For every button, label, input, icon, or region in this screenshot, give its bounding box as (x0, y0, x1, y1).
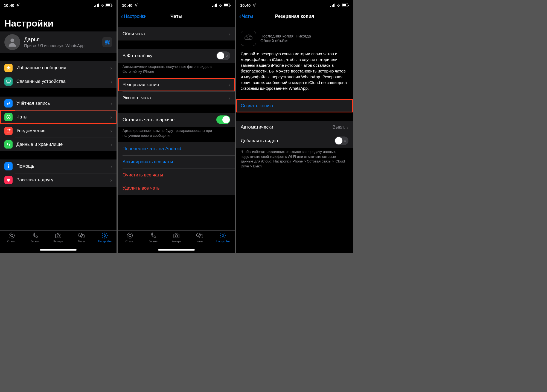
row-chats[interactable]: Чаты› (0, 110, 117, 124)
battery-icon (224, 4, 231, 7)
tab-settings[interactable]: Настройки (93, 232, 117, 253)
row-wallpaper[interactable]: Обои чата› (118, 27, 235, 40)
profile-row[interactable]: Дарья Привет! Я использую WhatsApp. (0, 31, 117, 53)
svg-rect-43 (334, 4, 335, 7)
row-save-media[interactable]: В Фотоплёнку (118, 49, 235, 63)
tab-status[interactable]: Статус (118, 232, 141, 253)
row-storage[interactable]: Данные и хранилище› (0, 138, 117, 151)
back-button[interactable]: ‹Настройки (121, 12, 147, 21)
row-backup[interactable]: Резервная копия› (118, 78, 235, 91)
whatsapp-icon (4, 113, 13, 121)
home-indicator[interactable] (40, 249, 77, 251)
wifi-icon (100, 4, 104, 7)
svg-rect-42 (333, 4, 334, 7)
svg-rect-29 (216, 4, 217, 7)
row-export[interactable]: Экспорт чата› (118, 91, 235, 104)
signal-icon (94, 4, 99, 7)
nav-title: Чаты (170, 14, 182, 19)
svg-rect-32 (230, 5, 231, 6)
svg-point-22 (57, 235, 60, 237)
row-create-backup[interactable]: Создать копию (236, 99, 353, 112)
location-icon (134, 3, 138, 7)
svg-rect-10 (105, 43, 107, 44)
cloud-refresh-icon (241, 31, 256, 46)
location-icon (16, 3, 20, 7)
svg-rect-27 (214, 5, 214, 7)
wifi-icon (336, 4, 341, 7)
svg-point-19 (9, 233, 14, 238)
back-button[interactable]: ‹Чаты (239, 12, 253, 21)
row-help[interactable]: i Помощь› (0, 159, 117, 173)
svg-point-16 (7, 115, 10, 119)
desktop-icon (4, 77, 13, 86)
chevron-icon: › (228, 95, 230, 101)
status-bar: 10:40 (236, 0, 353, 10)
status-time: 10:40 (122, 3, 132, 8)
svg-rect-28 (215, 4, 216, 7)
heart-icon (4, 176, 13, 184)
chevron-icon: › (228, 31, 230, 37)
svg-point-20 (10, 234, 13, 237)
row-account[interactable]: Учётная запись› (0, 97, 117, 110)
profile-status: Привет! Я использую WhatsApp. (24, 43, 98, 48)
include-video-toggle[interactable] (334, 137, 348, 145)
svg-rect-8 (105, 40, 107, 42)
svg-point-39 (222, 235, 224, 237)
svg-rect-5 (106, 4, 110, 6)
qr-button[interactable] (102, 37, 112, 47)
chevron-icon: › (110, 79, 112, 85)
tab-status[interactable]: Статус (0, 232, 23, 253)
nav-header: ‹Настройки Чаты (118, 10, 235, 22)
video-footer: Чтобы избежать излишних расходов за пере… (236, 148, 353, 173)
last-backup: Последняя копия: Никогда (260, 34, 311, 38)
tab-settings[interactable]: Настройки (211, 232, 235, 253)
screen-settings: 10:40 Настройки Дарья Привет! Я использу… (0, 0, 117, 253)
nav-title: Резервная копия (275, 14, 314, 19)
svg-point-34 (129, 234, 131, 237)
svg-point-7 (10, 39, 14, 42)
home-indicator[interactable] (158, 249, 195, 251)
row-include-video[interactable]: Добавлять видео (236, 134, 353, 148)
row-archive-all[interactable]: Архивировать все чаты (118, 155, 235, 169)
notification-icon (4, 127, 13, 135)
status-bar: 10:40 (118, 0, 235, 10)
total-size: Общий объём: - (260, 38, 311, 43)
svg-rect-9 (108, 40, 109, 42)
svg-rect-11 (108, 43, 109, 43)
svg-point-36 (175, 235, 178, 237)
chevron-icon: › (110, 100, 112, 107)
info-icon: i (4, 162, 13, 170)
svg-rect-6 (112, 5, 112, 6)
row-delete-all[interactable]: Удалить все чаты (118, 182, 235, 195)
save-media-toggle[interactable] (216, 51, 230, 60)
chevron-icon: › (347, 124, 348, 130)
status-bar: 10:40 (0, 0, 117, 10)
svg-rect-13 (7, 80, 10, 82)
keep-archived-toggle[interactable] (216, 115, 230, 124)
svg-rect-41 (332, 5, 333, 7)
key-icon (4, 99, 13, 108)
svg-rect-1 (95, 5, 96, 7)
svg-rect-12 (109, 43, 109, 44)
row-move-android[interactable]: Перенести чаты на Android (118, 142, 235, 155)
svg-rect-26 (212, 6, 213, 7)
wifi-icon (218, 4, 223, 7)
row-linked[interactable]: Связанные устройства› (0, 75, 117, 88)
row-clear-all[interactable]: Очистить все чаты (118, 169, 235, 182)
battery-icon (342, 4, 349, 7)
svg-point-33 (127, 233, 133, 238)
row-auto-backup[interactable]: АвтоматическиВыкл.› (236, 121, 353, 134)
svg-rect-45 (342, 4, 346, 6)
row-keep-archived[interactable]: Оставить чаты в архиве (118, 113, 235, 127)
screen-backup: 10:40 ‹Чаты Резервная копия Последняя ко… (236, 0, 353, 253)
svg-rect-46 (348, 5, 349, 6)
row-notifications[interactable]: Уведомления› (0, 124, 117, 138)
storage-icon (4, 140, 13, 149)
row-starred[interactable]: Избранные сообщения› (0, 61, 117, 75)
status-time: 10:40 (4, 3, 14, 8)
chevron-icon: › (110, 141, 112, 148)
row-tell-friend[interactable]: Рассказать другу› (0, 173, 117, 187)
svg-point-25 (104, 235, 106, 237)
chevron-icon: › (110, 177, 112, 183)
avatar (4, 34, 20, 50)
